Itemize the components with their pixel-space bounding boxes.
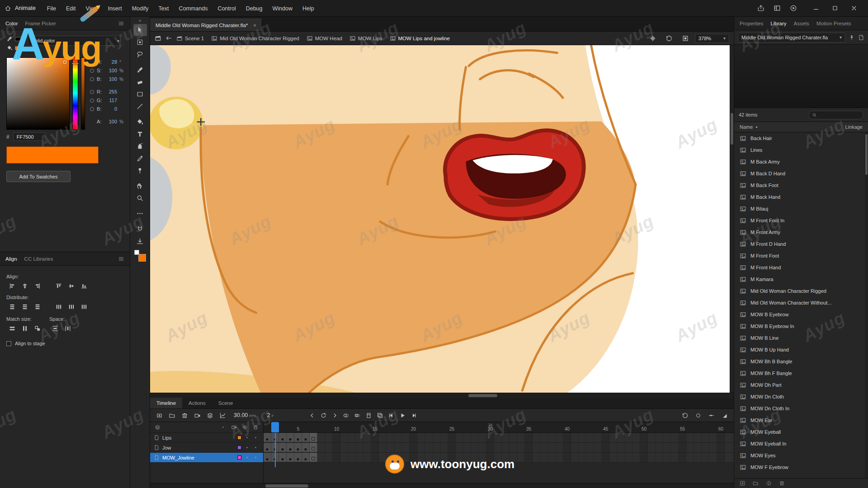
library-item-m-front-army[interactable]: M Front Army — [734, 226, 868, 238]
hue-slider[interactable] — [72, 57, 78, 130]
keyframe[interactable] — [264, 433, 271, 442]
value-number[interactable]: 100 — [104, 119, 117, 124]
home-icon[interactable] — [5, 5, 11, 12]
library-item-m-front-foot[interactable]: M Front Foot — [734, 250, 868, 262]
library-item-mid-old-woman-character-rigged[interactable]: Mid Old Woman Character Rigged — [734, 285, 868, 297]
column-linkage[interactable]: Linkage — [845, 124, 863, 130]
rotate-view-button[interactable] — [679, 410, 691, 420]
tab-cc-libraries[interactable]: CC Libraries — [24, 256, 53, 262]
value-number[interactable]: 117 — [104, 98, 117, 103]
stroke-color-chip[interactable] — [15, 37, 23, 41]
library-item-mow-b-line[interactable]: MOW B Line — [734, 332, 868, 344]
keyframe[interactable] — [302, 443, 310, 452]
frame-span[interactable] — [310, 453, 317, 462]
info-button[interactable] — [764, 479, 773, 488]
breadcrumb-mow-lips[interactable]: MOW Lips — [349, 35, 382, 42]
timeline-scrollbar[interactable] — [150, 483, 734, 488]
align-bottom-button[interactable] — [78, 281, 90, 291]
layer-frames[interactable] — [264, 453, 734, 463]
align-center-h-button[interactable] — [19, 281, 30, 291]
library-item-mow-eyes[interactable]: MOW Eyes — [734, 450, 868, 461]
canvas-horizontal-scrollbar[interactable] — [150, 393, 734, 398]
current-frame-readout[interactable]: 2 F — [267, 412, 274, 418]
menu-insert[interactable]: Insert — [103, 0, 127, 17]
zoom-tool[interactable] — [133, 192, 147, 204]
step-back-button[interactable] — [307, 410, 318, 420]
loop-button[interactable] — [318, 410, 329, 420]
tab-color[interactable]: Color — [5, 21, 18, 26]
frame-span[interactable] — [310, 443, 317, 452]
saturation-brightness-picker[interactable] — [6, 57, 70, 130]
layer-outline-color[interactable] — [237, 446, 241, 450]
menu-commands[interactable]: Commands — [174, 0, 212, 17]
keyframe[interactable] — [294, 433, 302, 442]
insert-frame-button[interactable] — [154, 410, 165, 420]
close-button[interactable] — [844, 0, 863, 17]
back-icon[interactable] — [165, 35, 172, 42]
menu-modify[interactable]: Modify — [127, 0, 154, 17]
tab-timeline[interactable]: Timeline — [150, 398, 182, 408]
library-scrollbar[interactable] — [865, 132, 868, 478]
dist-left-button[interactable] — [53, 302, 64, 312]
tab-align[interactable]: Align — [5, 256, 17, 262]
value-number[interactable]: 255 — [104, 89, 117, 94]
keyframe[interactable] — [294, 453, 302, 462]
keyframe[interactable] — [279, 443, 287, 452]
library-item-m-bilauj[interactable]: M Bilauj — [734, 203, 868, 215]
rotate-view-button[interactable] — [662, 33, 676, 44]
frame-span[interactable] — [310, 433, 317, 442]
library-item-mow-bh-f-bangle[interactable]: MOW Bh F Bangle — [734, 367, 868, 379]
value-number[interactable]: 100 — [104, 76, 117, 82]
stack-button[interactable] — [204, 410, 216, 420]
free-transform-tool[interactable] — [133, 36, 147, 48]
collapse-panel-icon[interactable]: « — [139, 18, 142, 24]
clip-content-button[interactable] — [679, 33, 692, 44]
menu-text[interactable]: Text — [154, 0, 174, 17]
fill-color-chip[interactable] — [15, 46, 23, 50]
fill-swatch[interactable] — [138, 254, 146, 262]
space-v-button[interactable] — [49, 324, 61, 333]
document-tab[interactable]: Middle Old Woman Rigged Charater.fla* × — [150, 19, 262, 31]
value-number[interactable]: 0 — [104, 106, 117, 112]
breadcrumb-mid-old-woman-character-rigged[interactable]: Mid Old Woman Character Rigged — [211, 35, 299, 42]
layer-frames[interactable] — [264, 443, 734, 453]
onion2-button[interactable] — [352, 410, 363, 420]
scrollbar-thumb[interactable] — [731, 113, 733, 145]
eraser-tool[interactable] — [133, 76, 147, 88]
library-item-mow-ear[interactable]: MOW Ear — [734, 414, 868, 426]
pin-icon[interactable] — [849, 34, 855, 41]
radio-button[interactable] — [90, 99, 94, 103]
tab-library[interactable]: Library — [770, 21, 786, 26]
match-height-button[interactable] — [19, 324, 30, 333]
menu-help[interactable]: Help — [297, 0, 319, 17]
space-h-button[interactable] — [62, 324, 73, 333]
library-item-back-hair[interactable]: Back Hair — [734, 132, 868, 144]
test-movie-button[interactable] — [787, 2, 800, 14]
layer-outline-color[interactable] — [237, 436, 241, 440]
snap-align-toggle[interactable] — [133, 235, 147, 247]
text-tool[interactable] — [133, 128, 147, 140]
fill-color-control[interactable] — [6, 45, 23, 51]
hand-tool[interactable] — [133, 180, 147, 192]
dist-bottom-button[interactable] — [32, 302, 43, 312]
add-to-swatches-button[interactable]: Add To Swatches — [6, 171, 71, 182]
breadcrumb-mow-lips-and-jowline[interactable]: MOW Lips and jowline — [390, 35, 450, 42]
next-frame-button[interactable] — [408, 410, 420, 420]
step-forward-button[interactable] — [329, 410, 340, 420]
ink-bottle-tool[interactable] — [133, 140, 147, 152]
menu-control[interactable]: Control — [212, 0, 241, 17]
value-number[interactable]: 28 — [104, 59, 117, 65]
dist-center-button[interactable] — [66, 302, 77, 312]
marker-button[interactable] — [363, 410, 374, 420]
keyframe[interactable] — [302, 433, 310, 442]
library-item-mow-bh-b-bangle[interactable]: MOW Bh B Bangle — [734, 356, 868, 367]
library-item-mow-f-eyebrow[interactable]: MOW F Eyebrow — [734, 461, 868, 473]
circle-o-button[interactable] — [693, 410, 704, 420]
menu-debug[interactable]: Debug — [241, 0, 268, 17]
library-item-mow-b-eyebrow[interactable]: MOW B Eyebrow — [734, 309, 868, 320]
canvas-vertical-scrollbar[interactable] — [730, 45, 734, 393]
selection-tool[interactable] — [133, 24, 147, 36]
keyframe[interactable] — [287, 453, 294, 462]
tab-properties[interactable]: Properties — [740, 21, 763, 26]
magnet-toggle[interactable] — [133, 223, 147, 235]
